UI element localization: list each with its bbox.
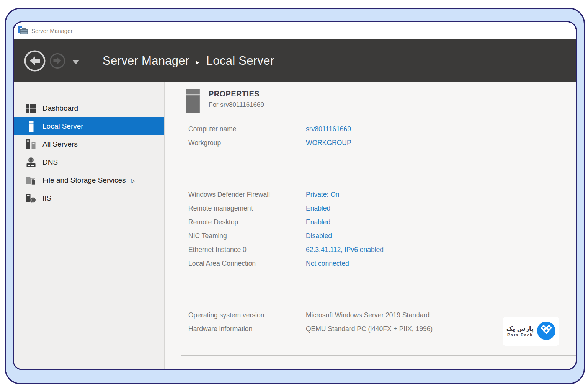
property-row-workgroup: Workgroup WORKGROUP (188, 136, 577, 150)
forward-button[interactable] (49, 52, 66, 69)
property-value-link[interactable]: 62.3.41.112, IPv6 enabled (306, 246, 384, 254)
window-titlebar: Server Manager (14, 22, 576, 39)
parspack-brand-text: پارس پک Pars Pack (506, 325, 534, 338)
property-label: Hardware information (188, 325, 306, 333)
sidebar-item-label: DNS (42, 158, 58, 167)
property-value-static: Microsoft Windows Server 2019 Standard (306, 311, 430, 319)
property-value-link[interactable]: Enabled (306, 204, 330, 212)
properties-title: PROPERTIES (209, 89, 264, 98)
dashboard-icon (25, 103, 37, 114)
all-servers-icon (25, 139, 37, 150)
submenu-expand-arrow-icon[interactable]: ▷ (131, 178, 136, 184)
file-and-storage-services-icon (25, 175, 37, 186)
breadcrumb-separator-icon: ▸ (196, 59, 199, 66)
property-row-remote-desktop: Remote Desktop Enabled (188, 215, 577, 229)
property-row-ethernet-instance: Ethernet Instance 0 62.3.41.112, IPv6 en… (188, 243, 577, 256)
sidebar-item-label: Local Server (42, 122, 83, 131)
property-label: Local Area Connection (188, 260, 306, 268)
sidebar-item-label: Dashboard (42, 104, 78, 113)
sidebar-item-local-server[interactable]: Local Server (14, 117, 164, 135)
sidebar-item-iis[interactable]: IIS (14, 189, 164, 207)
server-manager-toolbox-icon (18, 25, 28, 36)
breadcrumb: Server Manager ▸ Local Server (103, 54, 274, 68)
back-button[interactable] (24, 50, 46, 72)
property-label: Ethernet Instance 0 (188, 246, 306, 254)
parspack-brand-farsi: پارس پک (506, 325, 534, 332)
property-row-remote-management: Remote management Enabled (188, 201, 577, 215)
property-row-nic-teaming: NIC Teaming Disabled (188, 229, 577, 243)
property-value-link[interactable]: Private: On (306, 191, 340, 199)
sidebar-item-label: IIS (42, 194, 51, 203)
decorative-outer-frame: Server Manager Server Manager ▸ Local (5, 8, 585, 384)
sidebar-item-dashboard[interactable]: Dashboard (14, 99, 164, 117)
sidebar: Dashboard Local Server (14, 82, 164, 369)
properties-group-identity: Computer name srv8011161669 Workgroup WO… (188, 122, 577, 150)
property-label: Operating system version (188, 311, 306, 319)
parspack-logo-icon (537, 322, 555, 341)
dns-icon (25, 157, 37, 168)
breadcrumb-root[interactable]: Server Manager (103, 54, 189, 68)
property-value-link[interactable]: srv8011161669 (306, 125, 351, 133)
property-label: Workgroup (188, 139, 306, 147)
breadcrumb-current[interactable]: Local Server (206, 54, 274, 68)
property-label: Windows Defender Firewall (188, 191, 306, 199)
property-value-link[interactable]: WORKGROUP (306, 139, 351, 147)
window-title: Server Manager (31, 28, 73, 34)
property-label: NIC Teaming (188, 232, 306, 240)
properties-group-network: Windows Defender Firewall Private: On Re… (188, 188, 577, 270)
iis-icon (25, 193, 37, 204)
properties-header: PROPERTIES For srv8011161669 (186, 89, 264, 115)
content-area: Dashboard Local Server (14, 82, 576, 369)
parspack-brand-english: Pars Pack (507, 333, 533, 337)
local-server-panel: PROPERTIES For srv8011161669 Computer na… (165, 82, 576, 369)
property-value-link[interactable]: Not connected (306, 260, 349, 268)
navigation-bar: Server Manager ▸ Local Server (14, 39, 576, 82)
properties-subtitle: For srv8011161669 (209, 101, 264, 109)
server-manager-window: Server Manager Server Manager ▸ Local (13, 21, 577, 370)
property-label: Remote Desktop (188, 218, 306, 226)
local-server-icon (25, 121, 37, 132)
sidebar-item-all-servers[interactable]: All Servers (14, 135, 164, 153)
property-value-static: QEMU Standard PC (i440FX + PIIX, 1996) (306, 325, 433, 333)
property-row-computer-name: Computer name srv8011161669 (188, 122, 577, 136)
parspack-watermark-badge: پارس پک Pars Pack (503, 317, 559, 346)
sidebar-item-label: All Servers (42, 140, 78, 149)
nav-history-caret-icon[interactable] (72, 60, 80, 64)
property-value-link[interactable]: Disabled (306, 232, 332, 240)
sidebar-item-label: File and Storage Services (42, 176, 126, 185)
property-row-local-area-connection: Local Area Connection Not connected (188, 256, 577, 270)
property-value-link[interactable]: Enabled (306, 218, 330, 226)
property-label: Remote management (188, 204, 306, 212)
sidebar-item-file-storage-services[interactable]: File and Storage Services ▷ (14, 171, 164, 189)
sidebar-item-dns[interactable]: DNS (14, 153, 164, 171)
property-row-firewall: Windows Defender Firewall Private: On (188, 188, 577, 201)
property-label: Computer name (188, 125, 306, 133)
server-tile-icon (186, 89, 201, 115)
